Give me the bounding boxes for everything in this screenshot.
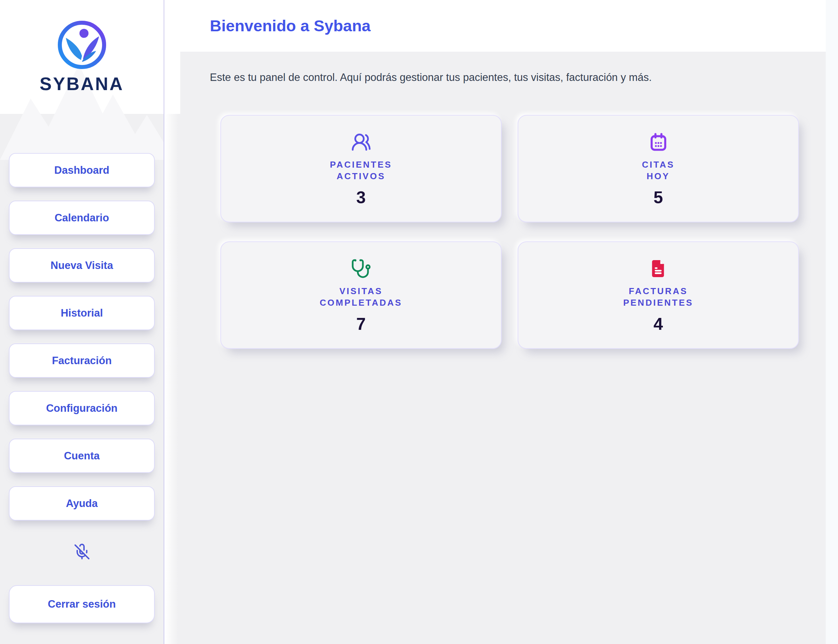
card-pacientes-activos: PACIENTES ACTIVOS 3	[220, 115, 502, 222]
sidebar-item-dashboard[interactable]: Dashboard	[9, 153, 155, 187]
sidebar-item-calendario[interactable]: Calendario	[9, 200, 155, 235]
app-window: SYBANA Dashboard Calendario Nueva Visita…	[0, 0, 838, 644]
stat-label: PACIENTES ACTIVOS	[330, 159, 392, 182]
stat-label: FACTURAS PENDIENTES	[623, 286, 693, 309]
stat-value: 7	[357, 314, 366, 334]
sidebar-item-historial[interactable]: Historial	[9, 296, 155, 330]
right-scroll-gutter	[826, 0, 838, 644]
stat-label: CITAS HOY	[642, 159, 674, 182]
page-title: Bienvenido a Sybana	[210, 16, 371, 35]
stat-label: VISITAS COMPLETADAS	[320, 286, 403, 309]
sidebar-item-nueva-visita[interactable]: Nueva Visita	[9, 248, 155, 283]
stethoscope-icon	[351, 258, 371, 279]
calendar-icon	[648, 132, 669, 152]
mic-off-icon[interactable]	[74, 544, 90, 560]
stat-value: 3	[357, 188, 366, 207]
stats-grid: PACIENTES ACTIVOS 3	[220, 115, 826, 349]
file-text-icon	[648, 258, 669, 279]
card-citas-hoy: CITAS HOY 5	[518, 115, 799, 222]
sidebar-item-cuenta[interactable]: Cuenta	[9, 439, 155, 473]
welcome-subtitle: Este es tu panel de control. Aquí podrás…	[180, 52, 826, 84]
brand-text: SYBANA	[40, 74, 124, 94]
sidebar-item-ayuda[interactable]: Ayuda	[9, 486, 155, 521]
sidebar-main-gutter	[165, 0, 180, 644]
stat-value: 4	[654, 314, 663, 334]
users-icon	[351, 132, 371, 152]
dashboard-content: Este es tu panel de control. Aquí podrás…	[180, 52, 826, 644]
sidebar: SYBANA Dashboard Calendario Nueva Visita…	[0, 0, 164, 644]
logout-button[interactable]: Cerrar sesión	[9, 585, 155, 623]
card-visitas-completadas: VISITAS COMPLETADAS 7	[220, 242, 502, 349]
sidebar-menu: Dashboard Calendario Nueva Visita Histor…	[0, 114, 164, 521]
logo-panel: SYBANA	[0, 0, 164, 114]
card-facturas-pendientes: FACTURAS PENDIENTES 4	[518, 242, 799, 349]
sybana-logo	[57, 20, 107, 70]
stat-value: 5	[654, 188, 663, 207]
main-panel: Bienvenido a Sybana Este es tu panel de …	[180, 0, 826, 644]
sidebar-item-configuracion[interactable]: Configuración	[9, 391, 155, 426]
sidebar-item-facturacion[interactable]: Facturación	[9, 343, 155, 378]
